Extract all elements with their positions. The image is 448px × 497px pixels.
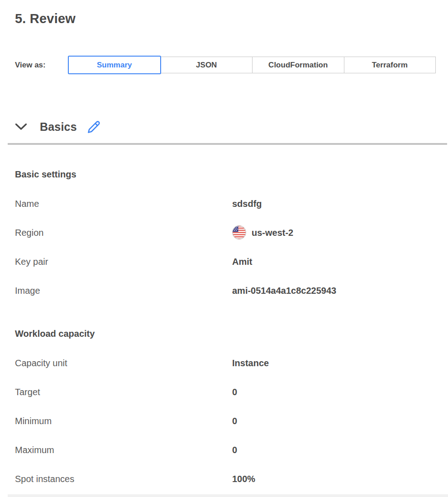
row-name: Name sdsdfg: [15, 198, 436, 227]
view-as-row: View as: Summary JSON CloudFormation Ter…: [15, 56, 436, 74]
workload-capacity-rows: Capacity unit Instance Target 0 Minimum …: [15, 357, 436, 497]
row-value: 100%: [232, 473, 436, 485]
row-key-pair: Key pair Amit: [15, 256, 436, 285]
view-as-tab-group: Summary JSON CloudFormation Terraform: [68, 56, 436, 74]
row-label: Minimum: [15, 415, 232, 427]
basics-section-header: Basics: [15, 119, 436, 134]
row-value: 0: [232, 386, 436, 398]
row-value: 0: [232, 444, 436, 456]
tab-cloudformation[interactable]: CloudFormation: [252, 57, 344, 73]
row-label: Maximum: [15, 444, 232, 456]
row-label: Spot instances: [15, 473, 232, 485]
workload-capacity-heading: Workload capacity: [15, 328, 436, 339]
row-capacity-unit: Capacity unit Instance: [15, 357, 436, 386]
tab-json[interactable]: JSON: [161, 57, 253, 73]
row-value: sdsdfg: [232, 198, 436, 210]
tab-terraform-label: Terraform: [372, 61, 408, 70]
tab-terraform[interactable]: Terraform: [344, 57, 436, 73]
row-maximum: Maximum 0: [15, 444, 436, 473]
row-value: 0: [232, 415, 436, 427]
row-label: Key pair: [15, 256, 232, 268]
row-minimum: Minimum 0: [15, 415, 436, 444]
row-target: Target 0: [15, 386, 436, 415]
basic-settings-heading: Basic settings: [15, 168, 436, 180]
basics-section-title: Basics: [40, 120, 77, 134]
chevron-down-icon[interactable]: [15, 123, 27, 130]
row-label: Image: [15, 285, 232, 296]
row-label: Target: [15, 386, 232, 398]
review-step-page: 5. Review View as: Summary JSON CloudFor…: [0, 0, 448, 497]
tab-cloudformation-label: CloudFormation: [268, 61, 328, 70]
row-value: Instance: [232, 357, 436, 369]
row-label: Name: [15, 198, 232, 210]
row-image: Image ami-0514a4a1c8c225943: [15, 285, 436, 314]
row-value: ami-0514a4a1c8c225943: [232, 285, 436, 296]
row-spot-instances: Spot instances 100%: [15, 473, 436, 497]
view-as-label: View as:: [15, 61, 68, 70]
edit-pencil-icon[interactable]: [87, 120, 100, 134]
next-section-divider: [8, 494, 448, 497]
row-region: Region: [15, 227, 436, 256]
us-flag-icon: [232, 225, 246, 239]
row-value: Amit: [232, 256, 436, 268]
region-value-text: us-west-2: [252, 227, 293, 239]
section-divider: [8, 143, 447, 145]
row-label: Capacity unit: [15, 357, 232, 369]
row-value: us-west-2: [232, 227, 436, 239]
tab-json-label: JSON: [196, 61, 217, 70]
tab-summary-label: Summary: [97, 61, 132, 70]
basic-settings-rows: Name sdsdfg Region: [15, 198, 436, 314]
row-label: Region: [15, 227, 232, 239]
page-title: 5. Review: [15, 11, 436, 26]
tab-summary[interactable]: Summary: [68, 56, 161, 74]
